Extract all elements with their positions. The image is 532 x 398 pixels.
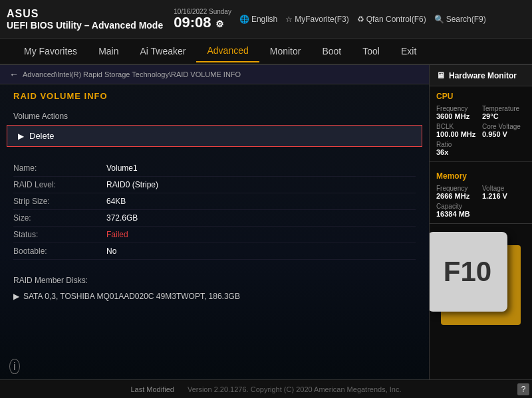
- last-modified-text: Last Modified: [130, 385, 174, 393]
- info-value-strip-size: 64KB: [106, 197, 126, 206]
- info-label-bootable: Bootable:: [13, 247, 106, 256]
- fan-icon: ♻: [357, 15, 364, 24]
- mem-volt-label: Voltage: [482, 185, 525, 192]
- nav-item-exit[interactable]: Exit: [390, 41, 427, 62]
- nav-bar: My Favorites Main Ai Tweaker Advanced Mo…: [0, 39, 532, 65]
- f10-overlay: F10: [429, 232, 521, 325]
- nav-item-advanced[interactable]: Advanced: [196, 40, 259, 62]
- info-label-strip-size: Strip Size:: [13, 197, 106, 206]
- info-value-name: Volume1: [106, 163, 138, 173]
- raid-member-label: RAID Member Disks:: [0, 266, 429, 289]
- search-label: Search(F9): [446, 15, 486, 24]
- bios-title: UEFI BIOS Utility – Advanced Mode: [7, 20, 163, 31]
- info-value-status: Failed: [106, 230, 128, 239]
- hw-monitor-title-label: Hardware Monitor: [449, 71, 517, 80]
- content-area: ← Advanced\Intel(R) Rapid Storage Techno…: [0, 65, 429, 379]
- cpu-bclk-col: BCLK 100.00 MHz: [436, 123, 479, 138]
- search-button[interactable]: 🔍 Search(F9): [434, 15, 486, 24]
- mem-volt-col: Voltage 1.216 V: [482, 185, 525, 200]
- qfan-button[interactable]: ♻ Qfan Control(F6): [357, 15, 426, 24]
- help-button[interactable]: ?: [517, 383, 529, 395]
- delete-row[interactable]: ▶ Delete: [7, 125, 422, 147]
- cpu-row-3: Ratio 36x: [430, 140, 532, 157]
- globe-icon: 🌐: [239, 15, 249, 24]
- mem-capacity-col: Capacity 16384 MB: [436, 203, 525, 218]
- hw-monitor-title: 🖥 Hardware Monitor: [430, 65, 532, 86]
- page-heading: RAID VOLUME INFO: [0, 84, 429, 104]
- nav-item-ai-tweaker[interactable]: Ai Tweaker: [129, 41, 196, 62]
- asus-logo: ASUS: [7, 8, 163, 20]
- info-label-name: Name:: [13, 163, 106, 173]
- info-label-status: Status:: [13, 230, 106, 239]
- cpu-corevolt-label: Core Voltage: [482, 123, 525, 130]
- cpu-corevolt-col: Core Voltage 0.950 V: [482, 123, 525, 138]
- cpu-temp-value: 29°C: [482, 112, 525, 120]
- delete-expand-icon: ▶: [18, 132, 24, 141]
- mem-capacity-label: Capacity: [436, 203, 525, 210]
- cpu-ratio-col: Ratio 36x: [436, 141, 525, 156]
- cpu-temp-label: Temperature: [482, 105, 525, 112]
- info-icon-area[interactable]: i: [9, 361, 20, 373]
- myfavorite-button[interactable]: ☆ MyFavorite(F3): [285, 15, 348, 24]
- cpu-row-2: BCLK 100.00 MHz Core Voltage 0.950 V: [430, 122, 532, 140]
- nav-item-monitor[interactable]: Monitor: [259, 41, 312, 62]
- datetime-area: 10/16/2022 Sunday 09:08 ⚙: [174, 8, 231, 30]
- qfan-label: Qfan Control(F6): [366, 15, 426, 24]
- monitor-icon: 🖥: [436, 70, 445, 80]
- info-label-size: Size:: [13, 213, 106, 223]
- breadcrumb-bar: ← Advanced\Intel(R) Rapid Storage Techno…: [0, 65, 429, 84]
- table-row: Name: Volume1: [13, 160, 416, 177]
- cpu-row-1: Frequency 3600 MHz Temperature 29°C: [430, 104, 532, 122]
- back-arrow-button[interactable]: ←: [9, 69, 19, 80]
- nav-item-main[interactable]: Main: [88, 41, 129, 62]
- mem-row-1: Frequency 2666 MHz Voltage 1.216 V: [430, 183, 532, 201]
- nav-item-boot[interactable]: Boot: [311, 41, 352, 62]
- mem-freq-value: 2666 MHz: [436, 192, 479, 200]
- info-value-raid-level: RAID0 (Stripe): [106, 180, 158, 189]
- info-table: Name: Volume1 RAID Level: RAID0 (Stripe)…: [0, 147, 429, 266]
- nav-item-favorites[interactable]: My Favorites: [13, 41, 88, 62]
- cpu-section-title: CPU: [430, 86, 532, 104]
- cpu-freq-col: Frequency 3600 MHz: [436, 105, 479, 120]
- volume-actions-label: Volume Actions: [0, 104, 429, 125]
- gear-icon[interactable]: ⚙: [215, 19, 224, 29]
- info-value-size: 372.6GB: [106, 213, 138, 223]
- breadcrumb-path: Advanced\Intel(R) Rapid Storage Technolo…: [23, 70, 241, 78]
- mem-capacity-value: 16384 MB: [436, 210, 525, 218]
- logo-area: ASUS UEFI BIOS Utility – Advanced Mode: [7, 8, 163, 31]
- top-bar: ASUS UEFI BIOS Utility – Advanced Mode 1…: [0, 0, 532, 39]
- cpu-freq-label: Frequency: [436, 105, 479, 112]
- cpu-corevolt-value: 0.950 V: [482, 130, 525, 138]
- language-button[interactable]: 🌐 English: [239, 15, 277, 24]
- bottom-bar: Last Modified Version 2.20.1276. Copyrig…: [0, 379, 532, 398]
- version-text: Version 2.20.1276. Copyright (C) 2020 Am…: [188, 385, 402, 393]
- f10-label: F10: [444, 256, 491, 288]
- hardware-monitor-panel: 🖥 Hardware Monitor CPU Frequency 3600 MH…: [429, 65, 532, 379]
- mem-row-2: Capacity 16384 MB: [430, 201, 532, 219]
- mem-volt-value: 1.216 V: [482, 192, 525, 200]
- top-icons-bar: 🌐 English ☆ MyFavorite(F3) ♻ Qfan Contro…: [239, 15, 486, 24]
- favorite-icon: ☆: [285, 15, 293, 24]
- disk-label: SATA 0,3, TOSHIBA MQ01AAD020C 49M3TWOPT,…: [23, 292, 240, 301]
- cpu-ratio-value: 36x: [436, 148, 525, 156]
- table-row: Strip Size: 64KB: [13, 193, 416, 210]
- memory-section-title: Memory: [430, 166, 532, 183]
- cpu-temp-col: Temperature 29°C: [482, 105, 525, 120]
- search-icon: 🔍: [434, 15, 444, 24]
- table-row: RAID Level: RAID0 (Stripe): [13, 177, 416, 193]
- mem-freq-col: Frequency 2666 MHz: [436, 185, 479, 200]
- mem-freq-label: Frequency: [436, 185, 479, 192]
- main-layout: ← Advanced\Intel(R) Rapid Storage Techno…: [0, 65, 532, 379]
- f10-card[interactable]: F10: [429, 232, 507, 312]
- table-row: Size: 372.6GB: [13, 210, 416, 227]
- cpu-ratio-label: Ratio: [436, 141, 525, 148]
- language-label: English: [251, 15, 277, 24]
- cpu-bclk-value: 100.00 MHz: [436, 130, 479, 138]
- nav-item-tool[interactable]: Tool: [352, 41, 390, 62]
- cpu-freq-value: 3600 MHz: [436, 112, 479, 120]
- info-value-bootable: No: [106, 247, 116, 256]
- info-label-raid-level: RAID Level:: [13, 180, 106, 189]
- delete-label: Delete: [29, 131, 55, 141]
- disk-entry-row[interactable]: ▶ SATA 0,3, TOSHIBA MQ01AAD020C 49M3TWOP…: [0, 289, 429, 304]
- myfavorite-label: MyFavorite(F3): [295, 15, 348, 24]
